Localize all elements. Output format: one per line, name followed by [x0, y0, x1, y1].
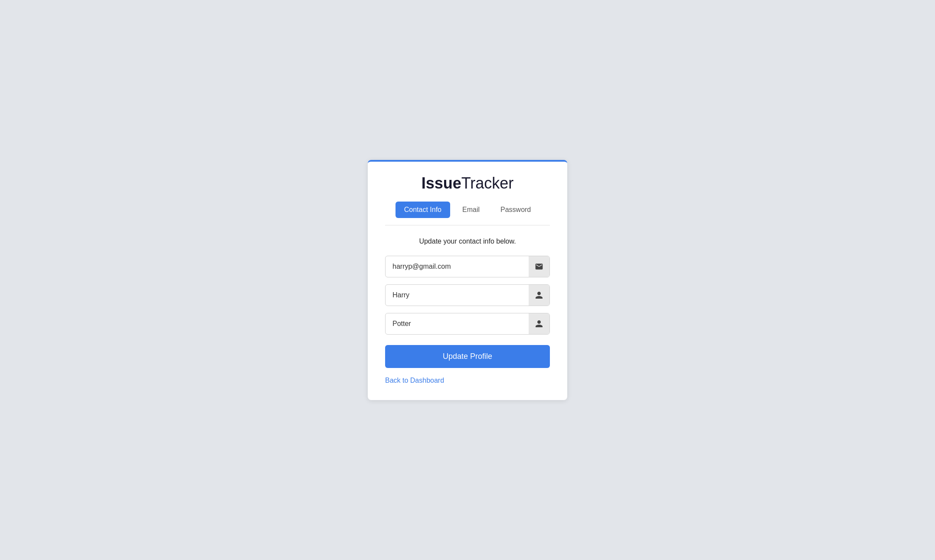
profile-card: IssueTracker Contact Info Email Password… — [368, 160, 567, 400]
form-subtitle: Update your contact info below. — [385, 238, 550, 245]
update-profile-button[interactable]: Update Profile — [385, 345, 550, 368]
tab-password[interactable]: Password — [492, 202, 539, 218]
tab-contact-info[interactable]: Contact Info — [396, 202, 450, 218]
tabs-container: Contact Info Email Password — [385, 202, 550, 218]
app-title: IssueTracker — [385, 174, 550, 192]
email-input-group — [385, 256, 550, 277]
tab-email[interactable]: Email — [454, 202, 488, 218]
card-header: IssueTracker Contact Info Email Password — [368, 162, 567, 225]
first-name-icon — [529, 285, 549, 306]
last-name-icon — [529, 313, 549, 334]
last-name-input[interactable] — [386, 314, 529, 334]
email-icon — [529, 256, 549, 277]
back-to-dashboard-link[interactable]: Back to Dashboard — [385, 377, 444, 384]
app-title-light: Tracker — [461, 174, 514, 192]
first-name-input[interactable] — [386, 285, 529, 305]
first-name-input-group — [385, 284, 550, 306]
email-input[interactable] — [386, 257, 529, 277]
last-name-input-group — [385, 313, 550, 335]
app-title-bold: Issue — [422, 174, 461, 192]
card-body: Update your contact info below. — [368, 225, 567, 400]
